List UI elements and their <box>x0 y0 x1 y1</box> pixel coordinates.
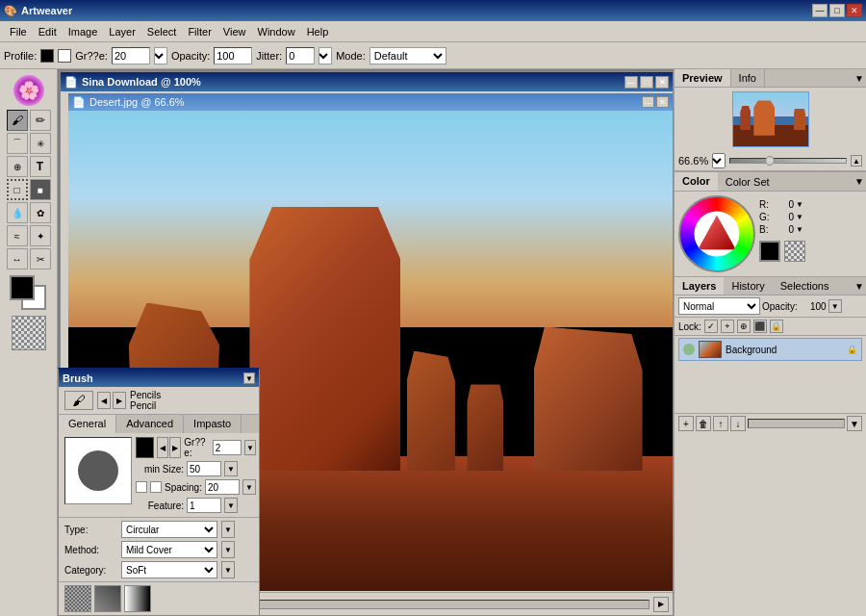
brush-type-arrow1[interactable]: ◀ <box>97 392 111 409</box>
outer-doc-maximize[interactable]: □ <box>640 76 653 89</box>
tab-info[interactable]: Info <box>731 69 765 87</box>
brush-swatch-2[interactable] <box>94 585 121 612</box>
magic-wand-tool[interactable]: ✳ <box>30 133 51 154</box>
brush-grr-arrow[interactable]: ▼ <box>244 440 256 455</box>
zoom-dropdown[interactable] <box>712 153 726 168</box>
brush-tool[interactable]: 🖌 <box>7 110 28 131</box>
foreground-color-swatch[interactable] <box>10 275 35 300</box>
pattern-swatch-color[interactable] <box>784 241 805 262</box>
zoom-arrow-up[interactable]: ▲ <box>851 155 862 167</box>
r-arrow[interactable]: ▼ <box>796 200 805 209</box>
rect-tool[interactable]: ■ <box>30 179 51 200</box>
brush-tab-impasto[interactable]: Impasto <box>184 415 242 433</box>
menu-file[interactable]: File <box>4 24 33 39</box>
type-select[interactable]: Circular <box>121 521 217 538</box>
b-arrow[interactable]: ▼ <box>796 225 805 234</box>
brush-swatch-1[interactable] <box>64 585 91 612</box>
layer-background[interactable]: Background 🔒 <box>678 338 862 361</box>
tab-preview[interactable]: Preview <box>675 69 731 87</box>
preview-panel-options[interactable]: ▼ <box>853 71 866 86</box>
layers-scroll[interactable] <box>748 419 845 428</box>
blur-tool[interactable]: ✦ <box>30 225 51 246</box>
tab-selections[interactable]: Selections <box>773 277 837 295</box>
menu-help[interactable]: Help <box>301 24 335 39</box>
menu-select[interactable]: Select <box>141 24 183 39</box>
layer-visibility-eye[interactable] <box>683 344 695 355</box>
zoom-tool[interactable]: ⊕ <box>7 156 28 177</box>
inner-doc-close[interactable]: ✕ <box>656 96 669 108</box>
outer-doc-close[interactable]: ✕ <box>655 76 669 89</box>
lock-btn-3[interactable]: ⊕ <box>737 320 751 333</box>
brush-type-arrow2[interactable]: ▶ <box>113 392 126 409</box>
zoom-slider-thumb[interactable] <box>765 156 775 166</box>
grr-input[interactable] <box>112 47 150 64</box>
lock-btn-4[interactable]: ⬛ <box>753 320 767 333</box>
color-panel-options[interactable]: ▼ <box>853 174 866 189</box>
close-button[interactable]: ✕ <box>847 4 862 17</box>
eraser-tool[interactable]: ✏ <box>30 110 51 131</box>
brush-color-swatch[interactable] <box>136 437 154 458</box>
minimize-button[interactable]: — <box>812 4 828 17</box>
category2-arrow[interactable]: ▼ <box>221 561 235 578</box>
layers-scroll-down[interactable]: ▼ <box>847 416 862 431</box>
feature-input[interactable] <box>187 498 221 513</box>
tab-color[interactable]: Color <box>675 172 718 191</box>
brush-panel-options[interactable]: ▼ <box>243 372 255 384</box>
jitter-input[interactable] <box>286 47 315 64</box>
stamp-tool[interactable]: ✿ <box>30 202 51 223</box>
spacing-input[interactable] <box>205 479 240 495</box>
blend-mode-select[interactable]: Normal <box>678 297 760 315</box>
brush-color-arrow2[interactable]: ▶ <box>169 437 181 458</box>
brush-color-arrow1[interactable]: ◀ <box>157 437 168 458</box>
spacing-checkbox2[interactable] <box>150 481 162 493</box>
menu-window[interactable]: Window <box>252 24 301 39</box>
tab-color-set[interactable]: Color Set <box>718 173 777 191</box>
move-tool[interactable]: ↔ <box>7 248 28 270</box>
menu-image[interactable]: Image <box>63 24 104 39</box>
jitter-dropdown[interactable] <box>318 47 332 64</box>
crop-tool[interactable]: ✂ <box>30 248 51 270</box>
opacity-input[interactable] <box>214 47 252 64</box>
profile-color-fg[interactable] <box>40 49 54 63</box>
brush-grr-input[interactable] <box>213 440 242 455</box>
grr-dropdown[interactable] <box>154 47 167 64</box>
brush-tab-advanced[interactable]: Advanced <box>116 415 184 433</box>
menu-view[interactable]: View <box>217 24 252 39</box>
pattern-swatch[interactable] <box>12 316 46 350</box>
smudge-tool[interactable]: ≈ <box>7 225 28 246</box>
category2-select[interactable]: SoFt <box>121 561 217 578</box>
g-arrow[interactable]: ▼ <box>796 213 805 221</box>
spacing-arrow[interactable]: ▼ <box>242 479 256 495</box>
layer-up-btn[interactable]: ↑ <box>713 416 728 431</box>
mode-select[interactable]: Default <box>369 47 446 64</box>
brush-tab-general[interactable]: General <box>59 415 116 433</box>
outer-doc-minimize[interactable]: — <box>624 76 638 89</box>
text-tool[interactable]: T <box>30 156 51 177</box>
canvas-scroll-btn[interactable]: ▶ <box>653 597 669 612</box>
eyedropper-tool[interactable]: 💧 <box>7 202 28 223</box>
min-size-input[interactable] <box>187 461 221 476</box>
layer-delete-btn[interactable]: 🗑 <box>696 416 711 431</box>
lock-btn-5[interactable]: 🔒 <box>770 320 783 333</box>
tab-layers[interactable]: Layers <box>675 277 724 295</box>
zoom-slider-track[interactable] <box>729 158 847 164</box>
lock-btn-2[interactable]: + <box>721 320 734 333</box>
spacing-checkbox[interactable] <box>136 481 147 493</box>
maximize-button[interactable]: □ <box>829 4 845 17</box>
brush-swatch-3[interactable] <box>124 585 151 612</box>
feature-arrow[interactable]: ▼ <box>224 498 238 513</box>
lasso-tool[interactable]: ⌒ <box>7 133 28 154</box>
fg-color-swatch[interactable] <box>759 241 780 262</box>
menu-filter[interactable]: Filter <box>182 24 216 39</box>
min-size-arrow[interactable]: ▼ <box>224 461 238 476</box>
profile-color-bg[interactable] <box>58 49 71 63</box>
layers-panel-options[interactable]: ▼ <box>853 279 866 294</box>
method-arrow[interactable]: ▼ <box>221 541 235 558</box>
layer-new-btn[interactable]: + <box>678 416 694 431</box>
brush-picker-btn[interactable]: 🖌 <box>64 391 93 410</box>
rect-select-tool[interactable]: □ <box>7 179 28 200</box>
layer-down-btn[interactable]: ↓ <box>730 416 746 431</box>
menu-edit[interactable]: Edit <box>33 24 63 39</box>
method-select[interactable]: Mild Cover <box>121 541 217 558</box>
color-wheel[interactable] <box>678 195 755 272</box>
